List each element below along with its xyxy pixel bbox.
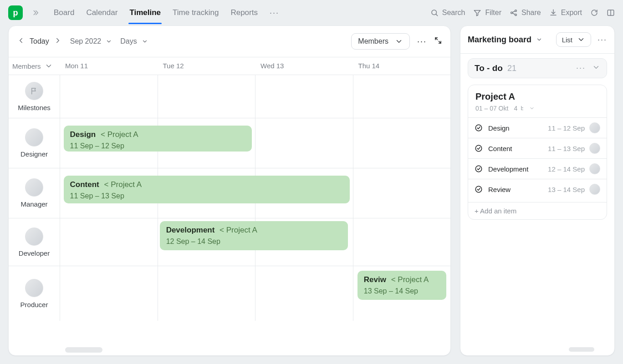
collapse-button[interactable] [592, 63, 600, 73]
row-developer: Development < Project A 12 Sep – 14 Sep [60, 218, 450, 266]
app-logo[interactable]: p [8, 5, 23, 20]
tab-more[interactable]: ··· [269, 5, 280, 20]
svg-point-15 [475, 186, 482, 192]
member-milestones: Milestones [9, 75, 60, 118]
task-project: < Project A [389, 275, 429, 284]
side-h-scrollbar[interactable] [569, 347, 594, 352]
filter-label: Filter [485, 9, 501, 17]
search-button[interactable]: Search [430, 9, 465, 17]
list-item[interactable]: Review 13 – 14 Sep [468, 179, 607, 199]
board-title: Marketing board [468, 35, 531, 45]
task-name: Design [70, 130, 96, 139]
top-bar: p Board Calendar Timeline Time tracking … [0, 0, 623, 25]
item-name: Development [488, 165, 528, 173]
member-developer: Developer [9, 218, 60, 266]
list-item[interactable]: Content 11 – 13 Sep [468, 138, 607, 158]
task-dates: 11 Sep – 13 Sep [70, 192, 343, 200]
item-date: 12 – 14 Sep [548, 165, 585, 173]
group-by-members[interactable]: Members [351, 33, 410, 50]
task-content[interactable]: Content < Project A 11 Sep – 13 Sep [64, 176, 350, 203]
svg-point-13 [475, 145, 482, 152]
check-circle-icon [475, 165, 483, 173]
col-tue: Tue 12 [158, 57, 255, 75]
item-name: Design [488, 124, 510, 132]
view-picker[interactable]: List [556, 32, 591, 47]
h-scrollbar[interactable] [65, 347, 102, 353]
tab-time-tracking[interactable]: Time tracking [172, 5, 220, 20]
task-dates: 11 Sep – 12 Sep [70, 142, 246, 150]
expand-icon[interactable] [33, 9, 41, 17]
month-picker[interactable]: Sep 2022 [70, 37, 112, 46]
tab-timeline[interactable]: Timeline [128, 5, 162, 20]
next-button[interactable] [54, 36, 62, 46]
today-button[interactable]: Today [30, 37, 49, 46]
avatar [589, 163, 600, 174]
row-milestones [60, 75, 450, 118]
check-circle-icon [475, 185, 483, 193]
top-tools: Search Filter Share Export [430, 9, 615, 17]
avatar [25, 279, 43, 297]
filter-button[interactable]: Filter [473, 9, 501, 17]
tab-board[interactable]: Board [53, 5, 75, 20]
item-date: 11 – 12 Sep [548, 124, 585, 132]
export-button[interactable]: Export [549, 9, 582, 17]
task-development[interactable]: Development < Project A 12 Sep – 14 Sep [160, 221, 348, 250]
enter-fullscreen-button[interactable] [434, 36, 442, 46]
svg-marker-2 [475, 10, 481, 16]
task-review[interactable]: Reviw < Project A 13 Sep – 14 Sep [357, 271, 447, 300]
share-button[interactable]: Share [510, 9, 541, 17]
col-thu: Thu 14 [353, 57, 451, 75]
check-circle-icon [475, 144, 483, 152]
scale-picker[interactable]: Days [120, 37, 148, 46]
chevron-left-icon [17, 36, 25, 45]
chevron-down-icon [577, 35, 585, 44]
fullscreen-icon [434, 36, 442, 45]
list-item[interactable]: Design 11 – 12 Sep [468, 117, 607, 138]
todo-title: To - do [475, 63, 503, 73]
tab-calendar[interactable]: Calendar [85, 5, 118, 20]
row-producer: Reviw < Project A 13 Sep – 14 Sep [60, 266, 450, 321]
svg-point-14 [475, 166, 482, 172]
member-designer: Designer [9, 118, 60, 168]
avatar [25, 228, 43, 246]
side-panel: Marketing board List ··· To - do 21 ··· [460, 25, 615, 356]
item-date: 11 – 13 Sep [548, 145, 585, 152]
list-item[interactable]: Development 12 – 14 Sep [468, 158, 607, 179]
main-tabs: Board Calendar Timeline Time tracking Re… [53, 5, 280, 20]
row-designer: Design < Project A 11 Sep – 12 Sep [60, 118, 450, 168]
member-manager: Manager [9, 168, 60, 218]
task-design[interactable]: Design < Project A 11 Sep – 12 Sep [64, 126, 252, 152]
avatar [589, 122, 600, 133]
prev-button[interactable] [17, 36, 25, 46]
add-item-button[interactable]: + Add an item [468, 202, 607, 219]
todo-section-header[interactable]: To - do 21 ··· [468, 58, 607, 78]
avatar [589, 143, 600, 154]
chevron-down-icon [106, 38, 112, 45]
refresh-button[interactable] [590, 9, 598, 17]
group-by-label: Members [358, 37, 388, 46]
side-more-button[interactable]: ··· [597, 35, 607, 45]
members-column-header[interactable]: Members [9, 57, 60, 75]
scale-label: Days [120, 37, 137, 46]
avatar [589, 184, 600, 195]
view-label: List [562, 36, 572, 44]
task-project: < Project A [102, 180, 142, 189]
tab-reports[interactable]: Reports [230, 5, 259, 20]
subtasks-count[interactable]: 4 [514, 105, 535, 112]
member-label: Manager [20, 200, 47, 208]
refresh-icon [590, 9, 598, 17]
side-panel-button[interactable] [607, 9, 615, 17]
caret-down-icon [529, 106, 535, 111]
subtasks-icon [520, 105, 526, 111]
board-picker[interactable] [536, 36, 542, 43]
task-dates: 12 Sep – 14 Sep [166, 238, 342, 246]
todo-more-button[interactable]: ··· [576, 63, 586, 73]
task-dates: 13 Sep – 14 Sep [364, 287, 440, 295]
avatar [25, 128, 43, 147]
more-actions-button[interactable]: ··· [417, 37, 427, 46]
side-panel-icon [607, 9, 615, 17]
col-wed: Wed 13 [255, 57, 353, 75]
item-name: Content [488, 145, 512, 152]
row-manager: Content < Project A 11 Sep – 13 Sep [60, 168, 450, 218]
member-label: Designer [20, 150, 48, 158]
